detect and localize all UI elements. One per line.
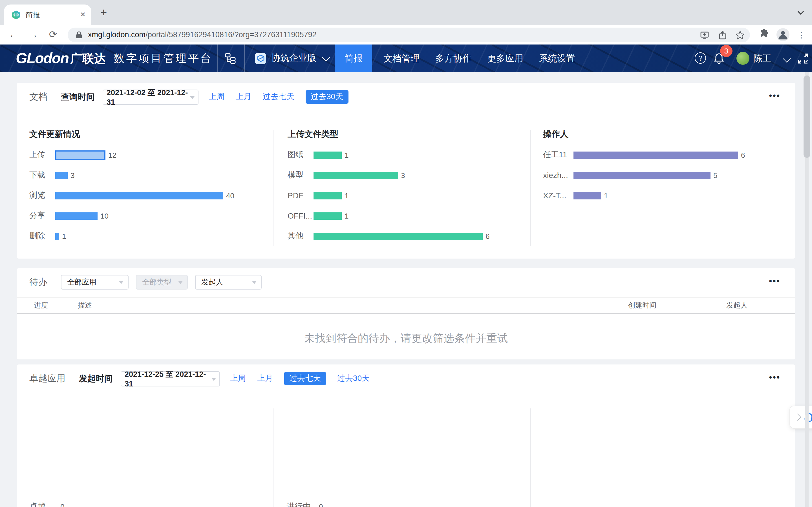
todo-card-header: 待办 全部应用全部类型发起人 xyxy=(29,274,761,291)
quick-filter[interactable]: 上周 xyxy=(209,92,224,102)
start-time-label: 发起时间 xyxy=(79,373,113,384)
bar xyxy=(313,151,342,159)
support-float-widget[interactable] xyxy=(790,406,812,429)
date-range-value: 2021-12-02 至 2021-12-31 xyxy=(107,88,190,106)
dropdown-arrow-icon xyxy=(190,96,195,99)
notification-badge: 3 xyxy=(720,45,732,57)
date-range-picker[interactable]: 2021-12-02 至 2021-12-31 xyxy=(103,89,199,105)
bar-value: 12 xyxy=(108,151,116,159)
bar-label: PDF xyxy=(288,191,313,200)
bar xyxy=(55,232,59,240)
workspace-switcher[interactable]: 协筑企业版 xyxy=(255,45,327,72)
bar-value: 1 xyxy=(345,191,349,200)
reload-button[interactable]: ⟳ xyxy=(46,25,60,45)
bar xyxy=(55,192,223,199)
dropdown-arrow-icon xyxy=(178,281,183,284)
app-top-nav: GLodon 广联达 数字项目管理平台 协筑企业版 简报文档管理多方协作更多应用… xyxy=(0,45,812,72)
bar-value: 1 xyxy=(62,232,66,240)
help-icon[interactable]: ? xyxy=(695,52,706,64)
status-rows: 进行中0已完成0已延期0 xyxy=(287,496,323,507)
fullscreen-icon[interactable] xyxy=(797,53,809,64)
org-structure-icon[interactable] xyxy=(225,53,236,64)
back-button[interactable]: ← xyxy=(7,25,20,45)
filter-dropdown[interactable]: 发起人 xyxy=(195,275,262,290)
nav-tab[interactable]: 简报 xyxy=(335,45,372,72)
card-more-button[interactable]: ••• xyxy=(769,91,780,100)
page-scrollbar-thumb[interactable] xyxy=(804,75,810,158)
bar-row: 任工116 xyxy=(543,145,785,165)
excellent-apps-card: 卓越应用 发起时间 2021-12-25 至 2021-12-31 上周上月过去… xyxy=(17,364,795,507)
quick-filters: 上周上月过去七天过去30天 xyxy=(230,372,370,385)
dropdown-value: 全部类型 xyxy=(142,277,171,287)
quick-filter[interactable]: 过去七天 xyxy=(284,372,326,385)
nav-tab[interactable]: 系统设置 xyxy=(539,45,575,72)
nav-menu: 简报文档管理多方协作更多应用系统设置 xyxy=(335,45,575,72)
bar xyxy=(573,151,738,159)
browser-tab[interactable]: 简报 ✕ xyxy=(4,4,91,25)
quick-filter[interactable]: 上周 xyxy=(230,374,246,384)
table-column-header: 进度 xyxy=(17,300,71,310)
bar-value: 6 xyxy=(741,151,745,159)
nav-tab[interactable]: 多方协作 xyxy=(435,45,471,72)
bar-label: 删除 xyxy=(29,231,55,241)
table-column-header: 描述 xyxy=(71,300,606,310)
quick-filter[interactable]: 上月 xyxy=(236,92,252,102)
extensions-puzzle-icon[interactable] xyxy=(758,28,771,41)
quick-filter[interactable]: 过去30天 xyxy=(306,90,348,104)
quick-filter[interactable]: 过去30天 xyxy=(337,374,370,384)
nav-tab[interactable]: 更多应用 xyxy=(487,45,523,72)
bar-row: 其他6 xyxy=(288,226,524,246)
bar-value: 0 xyxy=(60,502,64,507)
tab-close-icon[interactable]: ✕ xyxy=(80,4,86,25)
chevron-down-icon xyxy=(783,55,791,62)
bar-value: 10 xyxy=(100,212,109,220)
browser-profile-avatar[interactable] xyxy=(776,28,790,41)
card-more-button[interactable]: ••• xyxy=(769,372,780,382)
dropdown-arrow-icon xyxy=(119,281,123,284)
bar-row: 下载3 xyxy=(29,165,266,185)
card-more-button[interactable]: ••• xyxy=(769,276,780,286)
browser-tab-strip: 简报 ✕ + xyxy=(0,0,812,25)
filter-dropdown: 全部类型 xyxy=(136,275,188,290)
url-path: /portal/587991629410816/?org=37276311190… xyxy=(146,31,316,39)
status-value: 0 xyxy=(319,502,323,507)
tab-search-chevron-icon[interactable] xyxy=(796,8,805,17)
xiezhu-app-icon xyxy=(255,53,266,64)
bar xyxy=(55,212,98,219)
date-range-value: 2021-12-25 至 2021-12-31 xyxy=(124,369,211,388)
install-app-icon[interactable] xyxy=(700,31,709,40)
nav-divider xyxy=(217,45,218,72)
user-avatar[interactable] xyxy=(737,52,749,65)
bar-label: 其他 xyxy=(288,231,313,241)
bar-value: 1 xyxy=(345,151,349,159)
bookmark-star-icon[interactable] xyxy=(735,31,745,40)
documents-card: 文档 查询时间 2021-12-02 至 2021-12-31 上周上月过去七天… xyxy=(17,83,795,259)
user-name[interactable]: 陈工 xyxy=(753,45,771,72)
bar-label: XZ-T... xyxy=(543,191,573,200)
lock-icon[interactable] xyxy=(75,31,82,39)
glodon-logo: GLodon 广联达 数字项目管理平台 xyxy=(16,45,213,72)
address-bar[interactable]: xmgl.glodon.com/portal/587991629410816/?… xyxy=(68,27,750,42)
new-tab-button[interactable]: + xyxy=(96,0,111,25)
bar xyxy=(313,232,483,240)
collapse-chevron-icon[interactable] xyxy=(794,413,801,420)
date-range-picker[interactable]: 2021-12-25 至 2021-12-31 xyxy=(121,371,220,386)
filter-dropdown[interactable]: 全部应用 xyxy=(61,275,129,290)
query-time-label: 查询时间 xyxy=(61,92,95,102)
bar-label: 图纸 xyxy=(288,150,313,160)
bar-row: 模型3 xyxy=(288,165,524,185)
share-icon[interactable] xyxy=(718,31,727,40)
quick-filter[interactable]: 上月 xyxy=(257,374,273,384)
nav-tab[interactable]: 文档管理 xyxy=(384,45,419,72)
quick-filters: 上周上月过去七天过去30天 xyxy=(209,90,348,104)
quick-filter[interactable]: 过去七天 xyxy=(263,92,294,102)
page-content: 文档 查询时间 2021-12-02 至 2021-12-31 上周上月过去七天… xyxy=(0,72,812,507)
column-divider xyxy=(273,130,273,246)
bar-label: 卓越... xyxy=(29,501,52,507)
bar-value: 3 xyxy=(70,171,74,179)
bar-row: 上传12 xyxy=(29,145,266,165)
forward-button[interactable]: → xyxy=(27,25,40,45)
status-label: 进行中 xyxy=(287,501,311,507)
browser-menu-icon[interactable]: ⋮ xyxy=(797,25,805,45)
bar-label: 分享 xyxy=(29,211,55,221)
